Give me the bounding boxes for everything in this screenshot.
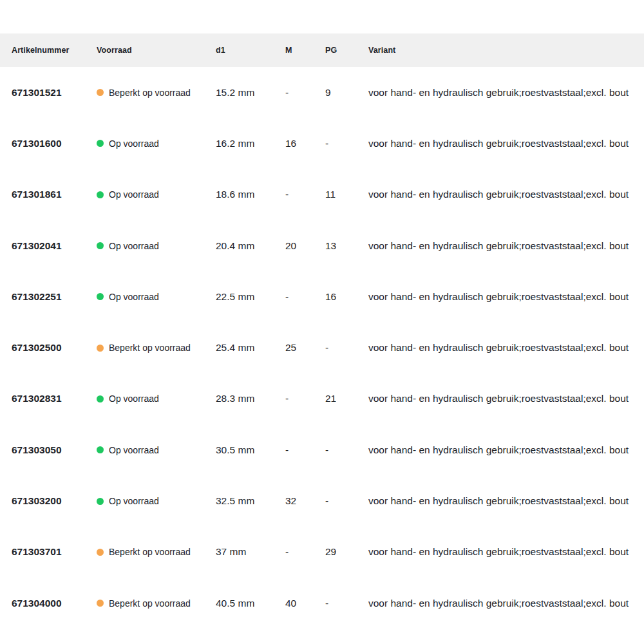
stock-status-label: Op voorraad xyxy=(109,393,159,404)
d1-value: 18.6 mm xyxy=(216,189,285,200)
column-header-m: M xyxy=(285,46,325,55)
m-value: - xyxy=(285,291,325,303)
variant-description: voor hand- en hydraulisch gebruik;roestv… xyxy=(368,240,631,252)
stock-status-dot-icon xyxy=(97,191,104,198)
product-table: Artikelnummer Voorraad d1 M PG Variant 6… xyxy=(0,33,644,629)
stock-status-dot-icon xyxy=(97,498,104,505)
stock-status-label: Op voorraad xyxy=(109,241,159,251)
stock-status-dot-icon xyxy=(97,446,104,453)
variant-description: voor hand- en hydraulisch gebruik;roestv… xyxy=(368,342,631,354)
stock-status-label: Beperkt op voorraad xyxy=(109,547,191,557)
stock-status-label: Beperkt op voorraad xyxy=(109,343,191,353)
table-row[interactable]: 671302500 Beperkt op voorraad 25.4 mm 25… xyxy=(0,322,644,373)
variant-description: voor hand- en hydraulisch gebruik;roestv… xyxy=(368,291,631,303)
stock-status: Beperkt op voorraad xyxy=(97,88,216,98)
stock-status-dot-icon xyxy=(97,549,104,556)
article-number: 671301521 xyxy=(12,87,97,99)
article-number: 671302251 xyxy=(12,291,97,303)
article-number: 671302831 xyxy=(12,393,97,404)
stock-status-label: Beperkt op voorraad xyxy=(109,88,191,98)
stock-status-dot-icon xyxy=(97,345,104,352)
table-body: 671301521 Beperkt op voorraad 15.2 mm - … xyxy=(0,67,644,629)
stock-status: Op voorraad xyxy=(97,393,216,404)
m-value: - xyxy=(285,393,325,404)
stock-status: Op voorraad xyxy=(97,241,216,251)
stock-status-dot-icon xyxy=(97,600,104,607)
stock-status: Beperkt op voorraad xyxy=(97,343,216,353)
stock-status-label: Op voorraad xyxy=(109,445,159,455)
variant-description: voor hand- en hydraulisch gebruik;roestv… xyxy=(368,495,631,507)
m-value: - xyxy=(285,444,325,456)
stock-status: Op voorraad xyxy=(97,189,216,200)
article-number: 671302500 xyxy=(12,342,97,354)
article-number: 671302041 xyxy=(12,240,97,252)
variant-description: voor hand- en hydraulisch gebruik;roestv… xyxy=(368,444,631,456)
stock-status-label: Op voorraad xyxy=(109,138,159,149)
m-value: - xyxy=(285,87,325,99)
column-header-pg: PG xyxy=(325,46,368,55)
d1-value: 40.5 mm xyxy=(216,598,285,609)
stock-status: Beperkt op voorraad xyxy=(97,547,216,557)
product-variant-table-page: Artikelnummer Voorraad d1 M PG Variant 6… xyxy=(0,0,644,644)
variant-description: voor hand- en hydraulisch gebruik;roestv… xyxy=(368,393,631,404)
pg-value: - xyxy=(325,138,368,149)
m-value: - xyxy=(285,189,325,200)
article-number: 671303050 xyxy=(12,444,97,456)
m-value: - xyxy=(285,546,325,558)
column-header-variant: Variant xyxy=(368,46,631,55)
stock-status-label: Op voorraad xyxy=(109,189,159,200)
d1-value: 20.4 mm xyxy=(216,240,285,252)
table-row[interactable]: 671302251 Op voorraad 22.5 mm - 16 voor … xyxy=(0,271,644,322)
table-row[interactable]: 671303701 Beperkt op voorraad 37 mm - 29… xyxy=(0,527,644,578)
m-value: 25 xyxy=(285,342,325,354)
stock-status: Op voorraad xyxy=(97,445,216,455)
article-number: 671301600 xyxy=(12,138,97,149)
table-row[interactable]: 671304000 Beperkt op voorraad 40.5 mm 40… xyxy=(0,578,644,629)
d1-value: 32.5 mm xyxy=(216,495,285,507)
pg-value: - xyxy=(325,598,368,609)
d1-value: 37 mm xyxy=(216,546,285,558)
pg-value: - xyxy=(325,495,368,507)
stock-status: Op voorraad xyxy=(97,292,216,302)
article-number: 671303701 xyxy=(12,546,97,558)
pg-value: 21 xyxy=(325,393,368,404)
stock-status-dot-icon xyxy=(97,89,104,96)
table-row[interactable]: 671301600 Op voorraad 16.2 mm 16 - voor … xyxy=(0,118,644,169)
pg-value: - xyxy=(325,342,368,354)
table-row[interactable]: 671303050 Op voorraad 30.5 mm - - voor h… xyxy=(0,424,644,475)
stock-status: Beperkt op voorraad xyxy=(97,598,216,609)
stock-status: Op voorraad xyxy=(97,138,216,149)
d1-value: 30.5 mm xyxy=(216,444,285,456)
m-value: 32 xyxy=(285,495,325,507)
m-value: 16 xyxy=(285,138,325,149)
d1-value: 28.3 mm xyxy=(216,393,285,404)
m-value: 20 xyxy=(285,240,325,252)
column-header-d1: d1 xyxy=(216,46,285,55)
d1-value: 16.2 mm xyxy=(216,138,285,149)
d1-value: 15.2 mm xyxy=(216,87,285,99)
variant-description: voor hand- en hydraulisch gebruik;roestv… xyxy=(368,138,631,149)
pg-value: 29 xyxy=(325,546,368,558)
variant-description: voor hand- en hydraulisch gebruik;roestv… xyxy=(368,189,631,200)
stock-status-label: Op voorraad xyxy=(109,496,159,506)
stock-status-label: Beperkt op voorraad xyxy=(109,598,191,609)
pg-value: 9 xyxy=(325,87,368,99)
d1-value: 22.5 mm xyxy=(216,291,285,303)
stock-status-label: Op voorraad xyxy=(109,292,159,302)
variant-description: voor hand- en hydraulisch gebruik;roestv… xyxy=(368,598,631,609)
table-row[interactable]: 671302831 Op voorraad 28.3 mm - 21 voor … xyxy=(0,374,644,424)
variant-description: voor hand- en hydraulisch gebruik;roestv… xyxy=(368,546,631,558)
column-header-artikelnummer: Artikelnummer xyxy=(12,46,97,55)
table-row[interactable]: 671301861 Op voorraad 18.6 mm - 11 voor … xyxy=(0,169,644,220)
table-row[interactable]: 671301521 Beperkt op voorraad 15.2 mm - … xyxy=(0,67,644,118)
article-number: 671303200 xyxy=(12,495,97,507)
table-row[interactable]: 671302041 Op voorraad 20.4 mm 20 13 voor… xyxy=(0,220,644,271)
column-header-voorraad: Voorraad xyxy=(97,46,216,55)
pg-value: 13 xyxy=(325,240,368,252)
article-number: 671304000 xyxy=(12,598,97,609)
table-row[interactable]: 671303200 Op voorraad 32.5 mm 32 - voor … xyxy=(0,475,644,526)
variant-description: voor hand- en hydraulisch gebruik;roestv… xyxy=(368,87,631,99)
m-value: 40 xyxy=(285,598,325,609)
stock-status-dot-icon xyxy=(97,242,104,249)
pg-value: 11 xyxy=(325,189,368,200)
